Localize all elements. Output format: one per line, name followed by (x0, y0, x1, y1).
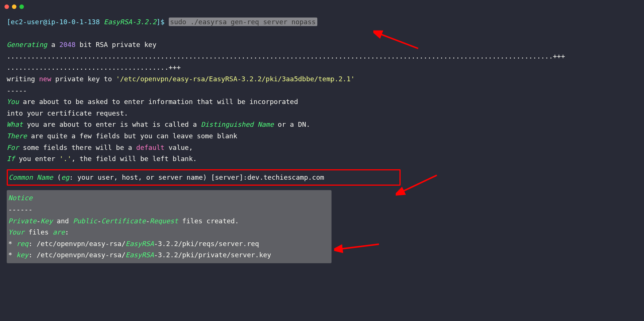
notice-title-line: Notice (8, 192, 330, 204)
notice-key-line: * key: /etc/openvpn/easy-rsa/EasyRSA-3.2… (8, 249, 330, 261)
prompt-bracket-close: ]$ (156, 18, 169, 26)
common-name-line: Common Name (eg: your user, host, or ser… (9, 172, 399, 183)
notice-your-files-line: Your files are: (8, 227, 330, 238)
terminal-window: [ec2-user@ip-10-0-1-138 EasyRSA-3.2.2]$ … (0, 0, 644, 321)
highlighted-command: sudo ./easyrsa gen-req server nopass (169, 18, 317, 26)
prompt-bracket-open: [ (7, 18, 11, 26)
prompt-dir: EasyRSA-3.2.2 (104, 18, 156, 26)
intro-what-line: What you are about to enter is what is c… (7, 119, 637, 130)
dots-line-1: ........................................… (7, 51, 637, 62)
prompt-user-host: ec2-user@ip-10-0-1-138 (11, 18, 104, 26)
prompt-line: [ec2-user@ip-10-0-1-138 EasyRSA-3.2.2]$ … (7, 16, 637, 28)
dots-line-2: ........................................… (7, 62, 637, 73)
minimize-icon[interactable] (12, 4, 16, 9)
notice-files-created-line: Private-Key and Public-Certificate-Reque… (8, 215, 330, 227)
intro-if-line: If you enter '.', the field will be left… (7, 153, 637, 165)
generating-line: Generating a 2048 bit RSA private key (7, 39, 637, 51)
generating-word: Generating (7, 41, 47, 48)
notice-box: Notice ------ Private-Key and Public-Cer… (7, 190, 332, 263)
intro-line2: into your certificate request. (7, 108, 637, 119)
intro-you-line: You are about to be asked to enter infor… (7, 96, 637, 108)
dash-line: ----- (7, 85, 637, 97)
close-icon[interactable] (4, 4, 9, 9)
window-titlebar (0, 0, 644, 13)
common-name-highlight-box: Common Name (eg: your user, host, or ser… (7, 169, 401, 186)
blank-line (7, 28, 637, 40)
writing-line: writing new private key to '/etc/openvpn… (7, 73, 637, 85)
intro-for-line: For some fields there will be a default … (7, 142, 637, 154)
maximize-icon[interactable] (19, 4, 24, 9)
notice-dash-line: ------ (8, 204, 330, 215)
notice-req-line: * req: /etc/openvpn/easy-rsa/EasyRSA-3.2… (8, 238, 330, 250)
intro-there-line: There are quite a few fields but you can… (7, 130, 637, 142)
terminal-content[interactable]: [ec2-user@ip-10-0-1-138 EasyRSA-3.2.2]$ … (0, 13, 644, 266)
